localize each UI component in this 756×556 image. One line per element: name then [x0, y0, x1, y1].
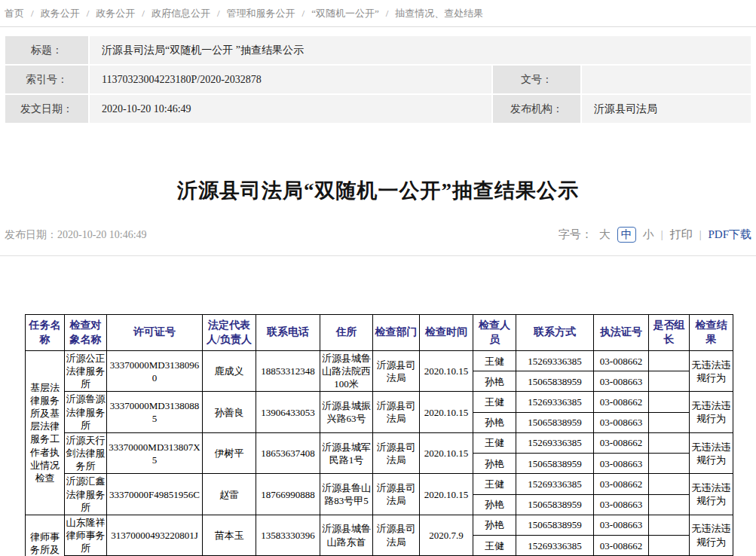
- cell-object-name: 沂源汇鑫法律服务所: [65, 474, 107, 515]
- cell-inspect-result: 无违法违规行为: [690, 432, 733, 473]
- meta-value-docno: [582, 66, 751, 93]
- breadcrumb-separator: /: [87, 8, 90, 19]
- cell-object-name: 沂源天行剑法律服务所: [65, 432, 107, 473]
- cell-inspector-name: 王健: [473, 432, 516, 453]
- cell-license-number: 33370000F49851956C: [107, 474, 203, 515]
- cell-inspector-cert: 03-008662: [594, 351, 649, 371]
- cell-is-leader: [649, 351, 690, 371]
- toolbar: 字号： 大 中 小 | 打印 | PDF下载: [559, 227, 751, 243]
- fontsize-medium-button[interactable]: 中: [617, 227, 636, 243]
- meta-label-docno: 文号：: [493, 66, 580, 93]
- fontsize-large-button[interactable]: 大: [599, 228, 611, 242]
- cell-license-number: 31370000493220801J: [107, 515, 203, 555]
- breadcrumb-item[interactable]: 首页: [5, 8, 24, 19]
- cell-inspector-name: 孙艳: [473, 515, 516, 535]
- cell-inspector-contact: 15065838959: [516, 515, 594, 535]
- toolbar-divider: |: [699, 229, 702, 241]
- cell-inspector-name: 王健: [473, 351, 516, 371]
- breadcrumb: 首页/政务公开/政务公开/政府信息公开/管理和服务公开/“双随机一公开”/抽查情…: [0, 0, 756, 27]
- cell-inspector-name: 孙艳: [473, 371, 516, 392]
- column-header: 检查部门: [373, 315, 420, 351]
- cell-inspector-cert: 03-008663: [594, 515, 649, 535]
- cell-inspector-name: 孙艳: [473, 454, 516, 474]
- column-header: 联系电话: [256, 315, 320, 351]
- meta-info-table: 标题： 沂源县司法局“双随机一公开 ”抽查结果公示 索引号： 113703230…: [4, 35, 752, 124]
- cell-phone: 13583330396: [256, 515, 320, 555]
- cell-license-number: 33370000MD31380960: [107, 351, 203, 392]
- meta-value-date: 2020-10-20 10:46:49: [90, 95, 491, 123]
- cell-is-leader: [649, 536, 690, 556]
- cell-is-leader: [649, 432, 690, 453]
- cell-inspector-cert: 03-008663: [594, 412, 649, 432]
- cell-inspect-date: 2020.7.9: [420, 515, 473, 555]
- horizontal-divider: [0, 255, 756, 256]
- cell-inspector-name: 王健: [473, 474, 516, 494]
- publish-date-value: 2020-10-20 10:46:49: [57, 229, 147, 240]
- cell-is-leader: [649, 392, 690, 412]
- cell-object-name: 沂源鲁源法律服务所: [65, 392, 107, 432]
- cell-is-leader: [649, 474, 690, 494]
- cell-task-name: 律师事务所及律师执业情况检查: [26, 515, 65, 556]
- cell-inspector-contact: 15269336385: [516, 432, 594, 453]
- cell-legal-representative: 伊树平: [203, 432, 256, 473]
- cell-inspect-department: 沂源县司法局: [373, 432, 420, 473]
- breadcrumb-item[interactable]: 政务公开: [41, 8, 80, 19]
- meta-row-date: 发文日期： 2020-10-20 10:46:49 发布机构： 沂源县司法局: [5, 95, 751, 123]
- column-header: 检查对象名称: [65, 315, 107, 351]
- cell-legal-representative: 孙善良: [203, 392, 256, 432]
- meta-label-org: 发布机构：: [493, 95, 580, 123]
- fontsize-small-button[interactable]: 小: [643, 228, 654, 242]
- pdf-download-button[interactable]: PDF下载: [708, 228, 751, 242]
- cell-address: 沂源县城振兴路63号: [320, 392, 373, 432]
- cell-inspector-contact: 15269336385: [516, 392, 594, 412]
- breadcrumb-item[interactable]: “双随机一公开”: [311, 8, 379, 19]
- cell-inspector-name: 王健: [473, 392, 516, 412]
- cell-inspect-result: 无违法违规行为: [690, 351, 733, 392]
- cell-phone: 18766990888: [256, 474, 320, 515]
- cell-task-name: 基层法律服务所及基层法律服务工作者执业情况检查: [26, 351, 65, 515]
- breadcrumb-item[interactable]: 抽查情况、查处结果: [395, 8, 483, 19]
- cell-inspector-contact: 15065838959: [516, 494, 594, 515]
- cell-inspector-cert: 03-008663: [594, 494, 649, 515]
- cell-inspector-contact: 15065838959: [516, 371, 594, 392]
- meta-row-title: 标题： 沂源县司法局“双随机一公开 ”抽查结果公示: [5, 36, 751, 64]
- publish-date-label: 发布日期：: [5, 229, 57, 240]
- cell-is-leader: [649, 454, 690, 474]
- cell-inspector-cert: 03-008663: [594, 454, 649, 474]
- cell-inspector-cert: 03-008662: [594, 432, 649, 453]
- cell-inspect-date: 2020.10.15: [420, 351, 473, 392]
- meta-value-title: 沂源县司法局“双随机一公开 ”抽查结果公示: [90, 36, 751, 64]
- cell-inspect-department: 沂源县司法局: [373, 392, 420, 432]
- column-header: 法定代表人/负责人: [203, 315, 256, 351]
- report-table-container: 任务名称检查对象名称许可证号法定代表人/负责人联系电话住所检查部门检查时间检查人…: [25, 314, 756, 556]
- breadcrumb-item[interactable]: 政务公开: [96, 8, 135, 19]
- cell-inspector-contact: 15269336385: [516, 351, 594, 371]
- cell-legal-representative: 鹿成义: [203, 351, 256, 392]
- cell-inspect-department: 沂源县司法局: [373, 474, 420, 515]
- breadcrumb-item[interactable]: 政府信息公开: [152, 8, 210, 19]
- cell-address: 沂源县城鲁山路法院西100米: [320, 351, 373, 392]
- column-header: 检查人员: [473, 315, 516, 351]
- cell-inspector-contact: 15065838959: [516, 454, 594, 474]
- print-button[interactable]: 打印: [670, 228, 693, 242]
- cell-inspect-date: 2020.10.15: [420, 392, 473, 432]
- cell-inspector-contact: 15065838959: [516, 412, 594, 432]
- meta-value-org: 沂源县司法局: [582, 95, 751, 123]
- cell-inspector-name: 王健: [473, 536, 516, 556]
- column-header: 执法证号: [594, 315, 649, 351]
- table-row: 基层法律服务所及基层法律服务工作者执业情况检查沂源公正法律服务所33370000…: [26, 351, 733, 371]
- cell-is-leader: [649, 494, 690, 515]
- breadcrumb-item[interactable]: 管理和服务公开: [227, 8, 295, 19]
- cell-phone: 18653637408: [256, 432, 320, 473]
- breadcrumb-separator: /: [302, 8, 305, 19]
- publish-date: 发布日期：2020-10-20 10:46:49: [5, 228, 147, 242]
- cell-address: 沂源县城鲁山路东首: [320, 515, 373, 555]
- page-title: 沂源县司法局“双随机一公开”抽查结果公示: [0, 177, 756, 204]
- meta-row-index: 索引号： 11370323004223180P/2020-2032878 文号：: [5, 66, 751, 93]
- meta-value-index: 11370323004223180P/2020-2032878: [90, 66, 491, 93]
- inspection-results-table: 任务名称检查对象名称许可证号法定代表人/负责人联系电话住所检查部门检查时间检查人…: [25, 314, 733, 556]
- cell-inspector-contact: 15269336385: [516, 536, 594, 556]
- cell-inspector-name: 孙艳: [473, 494, 516, 515]
- cell-is-leader: [649, 371, 690, 392]
- table-row: 沂源鲁源法律服务所33370000MD31380885孙善良1390643305…: [26, 392, 733, 412]
